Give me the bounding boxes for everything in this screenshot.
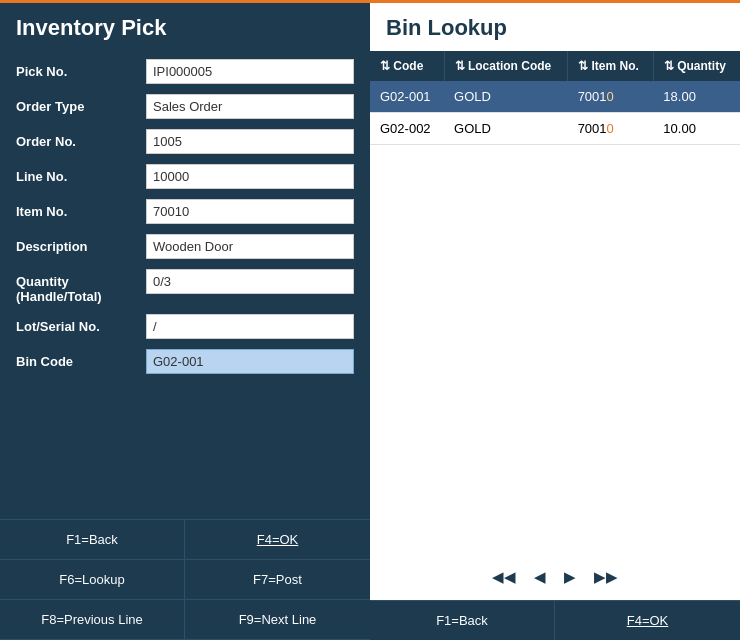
col-header-0: ⇅ Code — [370, 51, 444, 81]
table-row[interactable]: G02-002GOLD7001010.00 — [370, 113, 740, 145]
sort-icon-1: ⇅ — [455, 59, 468, 73]
left-footer-btn-0[interactable]: F1=Back — [0, 520, 185, 560]
table-container: ⇅ Code⇅ Location Code⇅ Item No.⇅ Quantit… — [370, 51, 740, 554]
left-footer-btn-2[interactable]: F6=Lookup — [0, 560, 185, 600]
prev-page-button[interactable]: ◀ — [528, 566, 552, 588]
left-footer-btn-3[interactable]: F7=Post — [185, 560, 370, 600]
left-panel-title: Inventory Pick — [0, 3, 370, 51]
cell-location-1: GOLD — [444, 113, 568, 145]
form-label-7: Lot/Serial No. — [16, 314, 146, 334]
form-input-0[interactable] — [146, 59, 354, 84]
form-input-3[interactable] — [146, 164, 354, 189]
form-row: Item No. — [16, 199, 354, 224]
sort-icon-2: ⇅ — [578, 59, 591, 73]
cell-code-1: G02-002 — [370, 113, 444, 145]
item-highlight-1: 0 — [607, 121, 614, 136]
form-row: Bin Code — [16, 349, 354, 374]
table-body: G02-001GOLD7001018.00G02-002GOLD7001010.… — [370, 81, 740, 145]
form-row: Order No. — [16, 129, 354, 154]
form-row: Description — [16, 234, 354, 259]
left-footer: F1=BackF4=OKF6=LookupF7=PostF8=Previous … — [0, 519, 370, 640]
cell-quantity-1: 10.00 — [653, 113, 740, 145]
table-row[interactable]: G02-001GOLD7001018.00 — [370, 81, 740, 113]
form-input-8[interactable] — [146, 349, 354, 374]
left-footer-btn-4[interactable]: F8=Previous Line — [0, 600, 185, 640]
left-footer-btn-5[interactable]: F9=Next Line — [185, 600, 370, 640]
left-panel: Inventory Pick Pick No.Order TypeOrder N… — [0, 0, 370, 640]
form-label-1: Order Type — [16, 94, 146, 114]
form-label-4: Item No. — [16, 199, 146, 219]
form-input-1[interactable] — [146, 94, 354, 119]
header-row: ⇅ Code⇅ Location Code⇅ Item No.⇅ Quantit… — [370, 51, 740, 81]
form-area: Pick No.Order TypeOrder No.Line No.Item … — [0, 51, 370, 519]
form-input-7[interactable] — [146, 314, 354, 339]
right-footer: F1=BackF4=OK — [370, 600, 740, 640]
last-page-button[interactable]: ▶▶ — [588, 566, 624, 588]
table-header: ⇅ Code⇅ Location Code⇅ Item No.⇅ Quantit… — [370, 51, 740, 81]
form-row: Quantity (Handle/Total) — [16, 269, 354, 304]
form-label-8: Bin Code — [16, 349, 146, 369]
item-highlight-0: 0 — [607, 89, 614, 104]
col-header-1: ⇅ Location Code — [444, 51, 568, 81]
left-footer-btn-1[interactable]: F4=OK — [185, 520, 370, 560]
pagination: ◀◀ ◀ ▶ ▶▶ — [370, 554, 740, 600]
right-footer-btn-1[interactable]: F4=OK — [555, 601, 740, 640]
bin-table: ⇅ Code⇅ Location Code⇅ Item No.⇅ Quantit… — [370, 51, 740, 145]
form-label-0: Pick No. — [16, 59, 146, 79]
next-page-button[interactable]: ▶ — [558, 566, 582, 588]
form-row: Order Type — [16, 94, 354, 119]
col-header-2: ⇅ Item No. — [568, 51, 654, 81]
cell-item-1: 70010 — [568, 113, 654, 145]
right-footer-btn-0[interactable]: F1=Back — [370, 601, 555, 640]
cell-code-0: G02-001 — [370, 81, 444, 113]
form-row: Lot/Serial No. — [16, 314, 354, 339]
form-label-5: Description — [16, 234, 146, 254]
form-label-6: Quantity (Handle/Total) — [16, 269, 146, 304]
right-panel-title: Bin Lookup — [370, 3, 740, 51]
form-input-5[interactable] — [146, 234, 354, 259]
form-row: Pick No. — [16, 59, 354, 84]
form-row: Line No. — [16, 164, 354, 189]
form-input-4[interactable] — [146, 199, 354, 224]
form-label-3: Line No. — [16, 164, 146, 184]
form-input-2[interactable] — [146, 129, 354, 154]
cell-location-0: GOLD — [444, 81, 568, 113]
right-panel: Bin Lookup ⇅ Code⇅ Location Code⇅ Item N… — [370, 0, 740, 640]
cell-quantity-0: 18.00 — [653, 81, 740, 113]
form-label-2: Order No. — [16, 129, 146, 149]
sort-icon-3: ⇅ — [664, 59, 677, 73]
form-input-6[interactable] — [146, 269, 354, 294]
cell-item-0: 70010 — [568, 81, 654, 113]
sort-icon-0: ⇅ — [380, 59, 393, 73]
first-page-button[interactable]: ◀◀ — [486, 566, 522, 588]
col-header-3: ⇅ Quantity — [653, 51, 740, 81]
